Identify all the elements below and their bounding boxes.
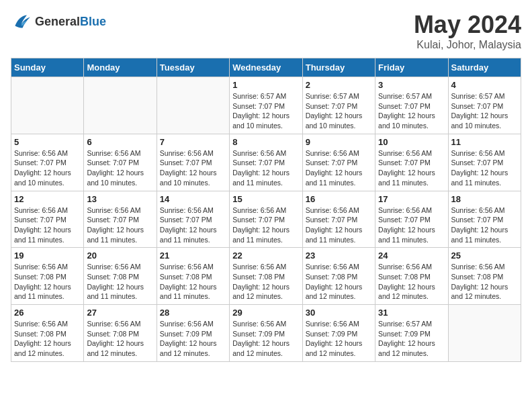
day-number: 1 bbox=[232, 80, 299, 90]
calendar-cell: 17Sunrise: 6:56 AM Sunset: 7:07 PM Dayli… bbox=[375, 191, 448, 248]
day-number: 24 bbox=[378, 250, 445, 261]
day-number: 19 bbox=[14, 250, 81, 261]
day-info: Sunrise: 6:57 AM Sunset: 7:09 PM Dayligh… bbox=[378, 319, 445, 359]
title-area: May 2024 Kulai, Johor, Malaysia bbox=[414, 11, 521, 51]
calendar-cell: 19Sunrise: 6:56 AM Sunset: 7:08 PM Dayli… bbox=[11, 248, 84, 305]
weekday-header-thursday: Thursday bbox=[302, 58, 375, 77]
day-number: 20 bbox=[87, 250, 153, 261]
day-info: Sunrise: 6:56 AM Sunset: 7:07 PM Dayligh… bbox=[160, 205, 226, 245]
calendar-table: SundayMondayTuesdayWednesdayThursdayFrid… bbox=[11, 58, 521, 362]
day-number: 2 bbox=[306, 80, 372, 90]
day-info: Sunrise: 6:57 AM Sunset: 7:07 PM Dayligh… bbox=[378, 91, 445, 131]
calendar-cell: 24Sunrise: 6:56 AM Sunset: 7:08 PM Dayli… bbox=[375, 248, 448, 305]
day-number: 27 bbox=[87, 308, 153, 318]
day-number: 12 bbox=[14, 194, 81, 204]
day-number: 9 bbox=[306, 137, 372, 147]
day-info: Sunrise: 6:56 AM Sunset: 7:08 PM Dayligh… bbox=[306, 262, 372, 302]
day-number: 7 bbox=[160, 137, 226, 147]
day-info: Sunrise: 6:56 AM Sunset: 7:08 PM Dayligh… bbox=[232, 262, 299, 302]
calendar-cell: 31Sunrise: 6:57 AM Sunset: 7:09 PM Dayli… bbox=[375, 305, 448, 362]
day-info: Sunrise: 6:57 AM Sunset: 7:07 PM Dayligh… bbox=[232, 91, 299, 131]
calendar-cell: 25Sunrise: 6:56 AM Sunset: 7:08 PM Dayli… bbox=[448, 248, 521, 305]
location-title: Kulai, Johor, Malaysia bbox=[414, 39, 521, 51]
calendar-cell: 13Sunrise: 6:56 AM Sunset: 7:07 PM Dayli… bbox=[84, 191, 157, 248]
weekday-header-wednesday: Wednesday bbox=[230, 58, 302, 77]
day-info: Sunrise: 6:56 AM Sunset: 7:08 PM Dayligh… bbox=[160, 262, 226, 302]
page-header: GeneralBlue May 2024 Kulai, Johor, Malay… bbox=[11, 11, 521, 51]
day-info: Sunrise: 6:56 AM Sunset: 7:07 PM Dayligh… bbox=[14, 205, 81, 245]
calendar-cell: 18Sunrise: 6:56 AM Sunset: 7:07 PM Dayli… bbox=[448, 191, 521, 248]
calendar-cell: 8Sunrise: 6:56 AM Sunset: 7:07 PM Daylig… bbox=[230, 134, 302, 191]
day-info: Sunrise: 6:56 AM Sunset: 7:09 PM Dayligh… bbox=[160, 319, 226, 359]
day-number: 17 bbox=[378, 194, 445, 204]
calendar-cell: 29Sunrise: 6:56 AM Sunset: 7:09 PM Dayli… bbox=[230, 305, 302, 362]
day-number: 31 bbox=[378, 308, 445, 318]
day-info: Sunrise: 6:56 AM Sunset: 7:07 PM Dayligh… bbox=[451, 205, 518, 245]
calendar-cell: 21Sunrise: 6:56 AM Sunset: 7:08 PM Dayli… bbox=[157, 248, 229, 305]
calendar-cell: 2Sunrise: 6:57 AM Sunset: 7:07 PM Daylig… bbox=[302, 77, 375, 134]
calendar-cell: 11Sunrise: 6:56 AM Sunset: 7:07 PM Dayli… bbox=[448, 134, 521, 191]
week-row-3: 12Sunrise: 6:56 AM Sunset: 7:07 PM Dayli… bbox=[11, 191, 521, 248]
logo-text: GeneralBlue bbox=[35, 15, 106, 28]
day-number: 25 bbox=[451, 250, 518, 261]
calendar-cell: 27Sunrise: 6:56 AM Sunset: 7:08 PM Dayli… bbox=[84, 305, 157, 362]
calendar-cell: 30Sunrise: 6:56 AM Sunset: 7:09 PM Dayli… bbox=[302, 305, 375, 362]
calendar-cell: 10Sunrise: 6:56 AM Sunset: 7:07 PM Dayli… bbox=[375, 134, 448, 191]
day-info: Sunrise: 6:56 AM Sunset: 7:09 PM Dayligh… bbox=[306, 319, 372, 359]
calendar-cell: 22Sunrise: 6:56 AM Sunset: 7:08 PM Dayli… bbox=[230, 248, 302, 305]
day-info: Sunrise: 6:56 AM Sunset: 7:07 PM Dayligh… bbox=[378, 205, 445, 245]
month-title: May 2024 bbox=[414, 11, 521, 39]
day-info: Sunrise: 6:56 AM Sunset: 7:07 PM Dayligh… bbox=[451, 148, 518, 188]
weekday-header-friday: Friday bbox=[375, 58, 448, 77]
day-number: 6 bbox=[87, 137, 153, 147]
week-row-2: 5Sunrise: 6:56 AM Sunset: 7:07 PM Daylig… bbox=[11, 134, 521, 191]
calendar-cell: 15Sunrise: 6:56 AM Sunset: 7:07 PM Dayli… bbox=[230, 191, 302, 248]
calendar-cell: 5Sunrise: 6:56 AM Sunset: 7:07 PM Daylig… bbox=[11, 134, 84, 191]
calendar-cell: 1Sunrise: 6:57 AM Sunset: 7:07 PM Daylig… bbox=[230, 77, 302, 134]
calendar-cell: 14Sunrise: 6:56 AM Sunset: 7:07 PM Dayli… bbox=[157, 191, 229, 248]
day-number: 11 bbox=[451, 137, 518, 147]
day-info: Sunrise: 6:56 AM Sunset: 7:07 PM Dayligh… bbox=[160, 148, 226, 188]
day-number: 14 bbox=[160, 194, 226, 204]
calendar-cell: 6Sunrise: 6:56 AM Sunset: 7:07 PM Daylig… bbox=[84, 134, 157, 191]
logo-bird-icon bbox=[11, 11, 32, 32]
calendar-cell: 9Sunrise: 6:56 AM Sunset: 7:07 PM Daylig… bbox=[302, 134, 375, 191]
day-info: Sunrise: 6:56 AM Sunset: 7:08 PM Dayligh… bbox=[87, 262, 153, 302]
day-info: Sunrise: 6:56 AM Sunset: 7:08 PM Dayligh… bbox=[14, 319, 81, 359]
day-number: 13 bbox=[87, 194, 153, 204]
day-number: 26 bbox=[14, 308, 81, 318]
logo-blue: Blue bbox=[80, 15, 106, 28]
logo: GeneralBlue bbox=[11, 11, 106, 32]
calendar-cell: 16Sunrise: 6:56 AM Sunset: 7:07 PM Dayli… bbox=[302, 191, 375, 248]
day-info: Sunrise: 6:56 AM Sunset: 7:07 PM Dayligh… bbox=[87, 148, 153, 188]
calendar-cell: 23Sunrise: 6:56 AM Sunset: 7:08 PM Dayli… bbox=[302, 248, 375, 305]
week-row-1: 1Sunrise: 6:57 AM Sunset: 7:07 PM Daylig… bbox=[11, 77, 521, 134]
calendar-cell bbox=[448, 305, 521, 362]
day-info: Sunrise: 6:56 AM Sunset: 7:08 PM Dayligh… bbox=[14, 262, 81, 302]
day-info: Sunrise: 6:56 AM Sunset: 7:08 PM Dayligh… bbox=[451, 262, 518, 302]
day-number: 5 bbox=[14, 137, 81, 147]
day-info: Sunrise: 6:56 AM Sunset: 7:07 PM Dayligh… bbox=[306, 205, 372, 245]
calendar-cell: 28Sunrise: 6:56 AM Sunset: 7:09 PM Dayli… bbox=[157, 305, 229, 362]
day-number: 16 bbox=[306, 194, 372, 204]
day-info: Sunrise: 6:56 AM Sunset: 7:09 PM Dayligh… bbox=[232, 319, 299, 359]
day-info: Sunrise: 6:56 AM Sunset: 7:07 PM Dayligh… bbox=[232, 205, 299, 245]
day-info: Sunrise: 6:56 AM Sunset: 7:07 PM Dayligh… bbox=[306, 148, 372, 188]
day-info: Sunrise: 6:56 AM Sunset: 7:08 PM Dayligh… bbox=[378, 262, 445, 302]
day-number: 23 bbox=[306, 250, 372, 261]
calendar-cell: 4Sunrise: 6:57 AM Sunset: 7:07 PM Daylig… bbox=[448, 77, 521, 134]
week-row-4: 19Sunrise: 6:56 AM Sunset: 7:08 PM Dayli… bbox=[11, 248, 521, 305]
day-number: 29 bbox=[232, 308, 299, 318]
week-row-5: 26Sunrise: 6:56 AM Sunset: 7:08 PM Dayli… bbox=[11, 305, 521, 362]
calendar-cell: 7Sunrise: 6:56 AM Sunset: 7:07 PM Daylig… bbox=[157, 134, 229, 191]
day-number: 10 bbox=[378, 137, 445, 147]
calendar-cell: 3Sunrise: 6:57 AM Sunset: 7:07 PM Daylig… bbox=[375, 77, 448, 134]
weekday-header-monday: Monday bbox=[84, 58, 157, 77]
day-number: 4 bbox=[451, 80, 518, 90]
calendar-cell: 26Sunrise: 6:56 AM Sunset: 7:08 PM Dayli… bbox=[11, 305, 84, 362]
calendar-cell bbox=[84, 77, 157, 134]
calendar-cell: 12Sunrise: 6:56 AM Sunset: 7:07 PM Dayli… bbox=[11, 191, 84, 248]
day-number: 28 bbox=[160, 308, 226, 318]
day-info: Sunrise: 6:56 AM Sunset: 7:07 PM Dayligh… bbox=[232, 148, 299, 188]
day-number: 22 bbox=[232, 250, 299, 261]
